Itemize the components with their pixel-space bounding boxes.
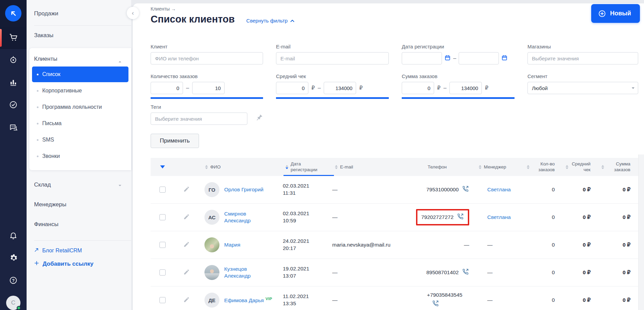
column-header-orders-sum[interactable]: Сумма заказов [607,161,630,173]
title-row: Список клиентов Свернуть фильтр [151,14,294,25]
client-name-link[interactable]: Смирнов Александр [224,211,251,223]
tags-input[interactable] [151,113,247,125]
avg-check-to-input[interactable] [324,82,356,94]
calendar-icon[interactable] [501,55,508,62]
plus-circle-icon [598,10,606,18]
submenu-item-list[interactable]: Список [32,67,128,82]
bulk-actions-dropdown[interactable] [160,165,165,168]
user-avatar[interactable]: C [6,296,20,310]
manager-link[interactable]: Светлана [487,187,511,192]
sort-orders-sum[interactable] [601,165,604,169]
client-name-link[interactable]: Ефимова Дарья [224,297,264,303]
currency-label: ₽ [437,85,441,91]
call-icon[interactable] [462,268,469,277]
filter-client: Клиент [151,44,263,64]
blog-link[interactable]: Блог RetailCRM [34,248,131,254]
filter-label: Сумма заказов [402,73,515,79]
call-icon[interactable] [462,185,469,194]
page-title: Список клиентов [151,14,235,25]
menu-item-clients[interactable]: Клиенты [29,50,131,66]
orders-count-to-input[interactable] [192,82,225,94]
column-header-orders-count[interactable]: Кол-во заказов [532,161,555,173]
edit-pencil-icon[interactable] [183,186,190,194]
manager-link[interactable]: — [487,269,493,275]
rail-item-help[interactable]: ? [0,270,27,292]
sort-reg-date[interactable] [286,165,288,169]
rail-item-analytics[interactable] [0,72,27,94]
table-scrollbar[interactable] [638,154,644,310]
edit-pencil-icon[interactable] [183,241,190,249]
reg-date-from-input[interactable] [402,52,442,64]
sort-avg-check[interactable] [566,165,568,169]
shops-input[interactable] [527,52,638,64]
row-checkbox[interactable] [159,242,166,248]
sort-email[interactable] [335,165,338,169]
segment-select[interactable]: Любой [527,82,638,94]
active-filter-underline [276,97,389,99]
orders-count-value: 0 [525,214,565,220]
client-avatar: ГО [204,182,219,197]
client-search-input[interactable] [151,52,263,64]
sidebar-collapse-button[interactable]: ‹ [127,7,139,19]
menu-links: Блог RetailCRM Добавить ссылку [27,248,131,267]
column-header-reg-date[interactable]: Дата регистрации [291,161,322,173]
collapse-filter-link[interactable]: Свернуть фильтр [246,18,294,24]
manager-link[interactable]: — [487,242,493,248]
menu-item-warehouse[interactable]: Склад [27,175,131,195]
rail-item-sales[interactable] [0,27,27,49]
call-icon[interactable] [457,213,464,222]
range-separator: – [453,55,456,61]
client-name-link[interactable]: Мария [224,242,240,248]
orders-sum-to-input[interactable] [449,82,482,94]
column-header-fio[interactable]: ФИО [210,164,220,169]
calendar-icon[interactable] [444,55,451,62]
column-header-avg-check[interactable]: Средний чек [571,161,591,173]
add-link[interactable]: Добавить ссылку [34,261,131,267]
submenu-item-calls[interactable]: Звонки [32,148,128,164]
row-checkbox[interactable] [159,187,166,193]
submenu-item-corporate[interactable]: Корпоративные [32,83,128,99]
column-header-email[interactable]: E-mail [340,164,353,169]
menu-item-managers[interactable]: Менеджеры [27,195,131,215]
pin-icon[interactable] [255,114,263,123]
bell-icon [9,231,18,241]
submenu-item-sms[interactable]: SMS [32,132,128,148]
user-avatar-letter: C [11,299,15,306]
avg-check-from-input[interactable] [276,82,308,94]
edit-pencil-icon[interactable] [183,296,190,304]
manager-link[interactable]: — [487,297,493,303]
sort-fio[interactable] [205,165,208,169]
orders-sum-from-input[interactable] [402,82,434,94]
submenu-item-letters[interactable]: Письма [32,116,128,131]
client-avatar: ДЕ [204,293,219,308]
bullet-dot [37,74,39,75]
row-checkbox[interactable] [159,214,166,220]
rail-item-settings[interactable] [0,247,27,270]
rail-item-chats[interactable] [0,117,27,139]
rail-item-tasks[interactable] [0,94,27,117]
row-checkbox[interactable] [159,269,166,276]
client-name-link[interactable]: Кузнецов Александр [224,266,251,279]
edit-pencil-icon[interactable] [183,269,190,277]
edit-pencil-icon[interactable] [183,213,190,221]
reg-date-to-input[interactable] [459,52,499,64]
breadcrumb[interactable]: Клиенты → [151,6,176,12]
menu-item-finance[interactable]: Финансы [27,215,131,234]
row-checkbox[interactable] [159,297,166,303]
apply-filter-button[interactable]: Применить [151,134,199,148]
rail-item-delivery[interactable] [0,49,27,72]
new-client-button[interactable]: Новый [591,4,640,23]
email-input[interactable] [276,52,389,64]
orders-count-from-input[interactable] [151,82,183,94]
manager-link[interactable]: Светлана [487,214,511,220]
menu-item-orders[interactable]: Заказы [27,26,131,45]
sort-orders-count[interactable] [527,165,530,169]
rail-item-notifications[interactable] [0,225,27,247]
logo[interactable] [0,0,27,27]
client-name-link[interactable]: Орлов Григорий [224,187,263,192]
call-icon[interactable] [432,300,439,309]
sort-manager[interactable] [479,165,481,169]
submenu-item-loyalty[interactable]: Программа лояльности [32,99,128,115]
column-header-manager[interactable]: Менеджер [484,164,506,169]
orders-sum-value: 0 ₽ [601,242,640,248]
